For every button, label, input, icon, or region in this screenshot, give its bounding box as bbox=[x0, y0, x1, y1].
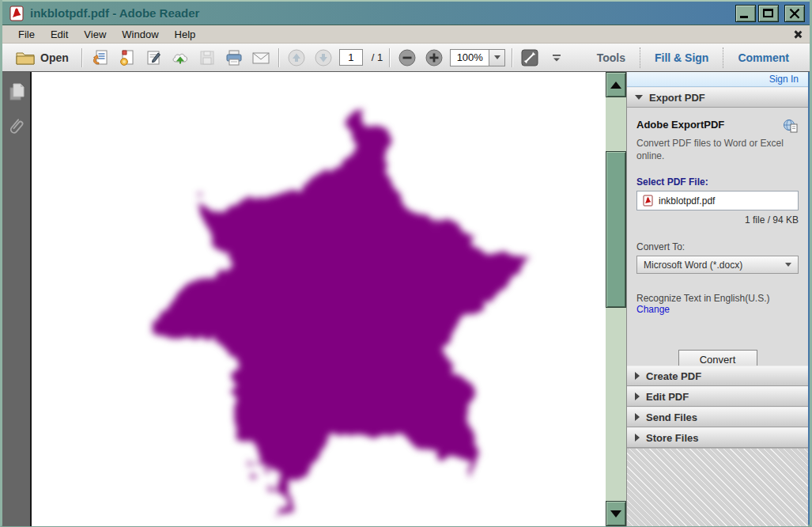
fullscreen-button[interactable] bbox=[519, 47, 541, 69]
scroll-up-button[interactable] bbox=[606, 72, 626, 97]
export-pdf-body: Adobe ExportPDF Convert PDF files to Wor… bbox=[627, 108, 808, 366]
change-link[interactable]: Change bbox=[636, 304, 670, 315]
tab-fill-sign[interactable]: Fill & Sign bbox=[640, 48, 723, 67]
window-controls bbox=[735, 5, 805, 22]
open-folder-icon bbox=[15, 50, 36, 66]
adobe-reader-window: inkblotpdf.pdf - Adobe Reader File Edit … bbox=[0, 0, 812, 527]
triangle-collapsed-icon bbox=[635, 413, 640, 421]
menu-window[interactable]: Window bbox=[114, 27, 166, 42]
export-pdf-tool-button[interactable] bbox=[89, 47, 111, 69]
section-label: Send Files bbox=[646, 411, 697, 423]
menu-bar: File Edit View Window Help bbox=[2, 25, 810, 44]
convert-to-value: Microsoft Word (*.docx) bbox=[644, 260, 785, 271]
next-page-button[interactable] bbox=[312, 47, 334, 69]
section-label: Export PDF bbox=[649, 92, 705, 104]
section-label: Edit PDF bbox=[646, 391, 689, 403]
triangle-expanded-icon bbox=[635, 95, 643, 100]
section-label: Create PDF bbox=[646, 370, 701, 382]
zoom-in-button[interactable] bbox=[423, 47, 445, 69]
recognize-text-label: Recognize Text in English(U.S.) bbox=[636, 293, 799, 304]
page-down-icon bbox=[314, 48, 333, 67]
section-store-files[interactable]: Store Files bbox=[627, 427, 808, 448]
zoom-dropdown-button[interactable] bbox=[489, 50, 504, 66]
section-edit-pdf[interactable]: Edit PDF bbox=[627, 386, 808, 407]
document-page[interactable] bbox=[32, 72, 606, 526]
email-tool-button[interactable] bbox=[250, 47, 272, 69]
selected-file-box[interactable]: inkblotpdf.pdf bbox=[636, 191, 799, 210]
convert-to-label: Convert To: bbox=[636, 241, 799, 252]
toolbar-separator bbox=[389, 48, 390, 67]
fill-sign-tool-button[interactable] bbox=[142, 47, 164, 69]
tab-tools[interactable]: Tools bbox=[583, 48, 640, 67]
toolbar-right-tabs: Tools Fill & Sign Comment bbox=[583, 44, 803, 71]
export-pdf-icon bbox=[91, 49, 108, 66]
more-tools-chevron-icon bbox=[551, 53, 562, 63]
email-icon bbox=[251, 50, 270, 66]
page-number-input[interactable]: 1 bbox=[339, 49, 363, 66]
maximize-icon bbox=[763, 9, 773, 17]
minimize-button[interactable] bbox=[735, 5, 756, 22]
previous-page-button[interactable] bbox=[285, 47, 308, 69]
attachments-button[interactable] bbox=[6, 115, 27, 138]
scroll-down-icon bbox=[610, 510, 621, 518]
title-bar[interactable]: inkblotpdf.pdf - Adobe Reader bbox=[2, 0, 810, 25]
print-icon bbox=[225, 49, 244, 66]
pdf-file-icon bbox=[642, 195, 654, 207]
page-up-icon bbox=[287, 48, 306, 67]
toolbar-close-icon[interactable] bbox=[793, 30, 802, 39]
maximize-button[interactable] bbox=[758, 5, 779, 22]
triangle-collapsed-icon bbox=[635, 372, 640, 380]
chevron-down-icon bbox=[494, 55, 500, 59]
convert-to-dropdown[interactable]: Microsoft Word (*.docx) bbox=[636, 256, 799, 274]
navigation-sidebar bbox=[2, 72, 32, 526]
scroll-down-button[interactable] bbox=[606, 501, 626, 526]
print-tool-button[interactable] bbox=[223, 47, 245, 69]
scrollbar-track[interactable] bbox=[606, 97, 626, 501]
menu-view[interactable]: View bbox=[76, 27, 114, 42]
file-meta: 1 file / 94 KB bbox=[636, 214, 799, 226]
selected-file-name: inkblotpdf.pdf bbox=[659, 195, 715, 207]
sign-in-bar: Sign In bbox=[627, 72, 808, 87]
scrollbar-thumb[interactable] bbox=[606, 151, 626, 308]
vertical-scrollbar[interactable] bbox=[606, 72, 626, 526]
page-count-label: / 1 bbox=[372, 51, 383, 63]
zoom-out-button[interactable] bbox=[396, 47, 418, 69]
convert-button[interactable]: Convert bbox=[678, 350, 757, 366]
cloud-upload-icon bbox=[171, 49, 190, 66]
create-pdf-icon bbox=[118, 49, 135, 66]
triangle-collapsed-icon bbox=[635, 392, 640, 400]
section-export-pdf[interactable]: Export PDF bbox=[627, 87, 808, 108]
menu-edit[interactable]: Edit bbox=[43, 27, 76, 42]
page-thumbnails-button[interactable] bbox=[6, 80, 27, 104]
window-title: inkblotpdf.pdf - Adobe Reader bbox=[30, 6, 735, 20]
zoom-level-control: 100% bbox=[450, 49, 505, 66]
toolbar-separator bbox=[81, 48, 82, 67]
export-heading: Adobe ExportPDF bbox=[636, 119, 724, 131]
toolbar-separator bbox=[278, 48, 279, 67]
zoom-in-icon bbox=[425, 48, 444, 67]
more-tools-button[interactable] bbox=[546, 47, 568, 69]
exportpdf-service-icon bbox=[783, 119, 799, 133]
close-button[interactable] bbox=[784, 5, 805, 22]
triangle-collapsed-icon bbox=[635, 434, 640, 442]
minimize-icon bbox=[740, 16, 748, 18]
tools-panel: Sign In Export PDF Adobe ExportPDF bbox=[626, 72, 808, 526]
section-label: Store Files bbox=[646, 432, 698, 444]
toolbar-separator bbox=[512, 48, 512, 67]
open-label: Open bbox=[40, 51, 69, 64]
chevron-down-icon bbox=[785, 263, 791, 267]
menu-help[interactable]: Help bbox=[167, 27, 204, 42]
open-button[interactable]: Open bbox=[9, 48, 75, 67]
save-icon bbox=[198, 49, 216, 66]
zoom-level-input[interactable]: 100% bbox=[451, 50, 489, 66]
tab-comment[interactable]: Comment bbox=[723, 48, 803, 67]
menu-file[interactable]: File bbox=[10, 27, 43, 42]
section-send-files[interactable]: Send Files bbox=[627, 407, 808, 427]
scroll-up-icon bbox=[610, 82, 621, 89]
section-create-pdf[interactable]: Create PDF bbox=[627, 366, 808, 386]
sign-in-link[interactable]: Sign In bbox=[769, 74, 799, 85]
send-cloud-tool-button[interactable] bbox=[169, 47, 191, 69]
fill-sign-icon bbox=[145, 49, 162, 66]
save-tool-button[interactable] bbox=[196, 47, 218, 69]
create-pdf-tool-button[interactable] bbox=[115, 47, 138, 69]
